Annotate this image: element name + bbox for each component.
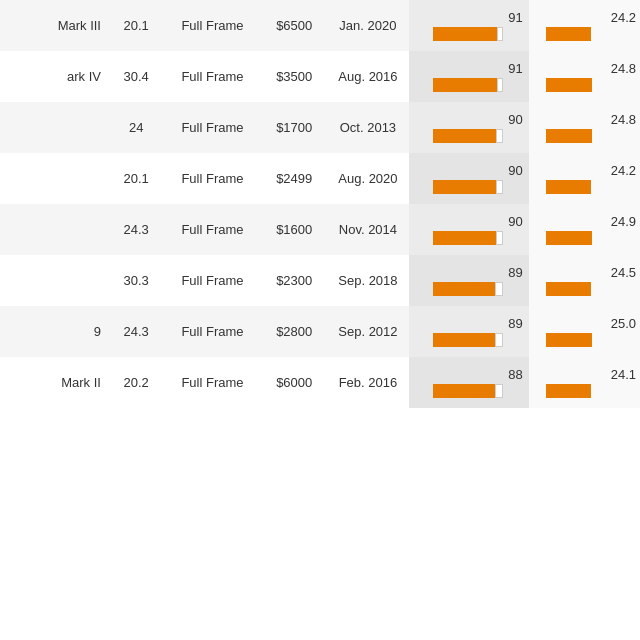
score-number: 89 xyxy=(417,316,523,331)
release-date: Sep. 2012 xyxy=(327,306,409,357)
dynamic-bar xyxy=(546,78,636,92)
price: $6000 xyxy=(262,357,327,408)
dynamic-range-number: 24.1 xyxy=(611,367,636,382)
camera-name xyxy=(0,255,109,306)
camera-name xyxy=(0,102,109,153)
score-bar xyxy=(433,282,523,296)
release-date: Feb. 2016 xyxy=(327,357,409,408)
price: $6500 xyxy=(262,0,327,51)
megapixels: 24 xyxy=(109,102,163,153)
megapixels: 20.1 xyxy=(109,153,163,204)
sensor-type: Full Frame xyxy=(163,153,261,204)
dynamic-range-cell: 25.0 xyxy=(529,306,640,357)
release-date: Jan. 2020 xyxy=(327,0,409,51)
dynamic-bar xyxy=(546,282,636,296)
score-cell: 90 xyxy=(409,102,529,153)
score-number: 90 xyxy=(417,214,523,229)
dynamic-range-cell: 24.2 xyxy=(529,153,640,204)
megapixels: 20.1 xyxy=(109,0,163,51)
megapixels: 30.4 xyxy=(109,51,163,102)
dynamic-bar xyxy=(546,333,636,347)
dynamic-bar xyxy=(546,27,636,41)
release-date: Aug. 2020 xyxy=(327,153,409,204)
score-bar xyxy=(433,129,523,143)
release-date: Aug. 2016 xyxy=(327,51,409,102)
sensor-type: Full Frame xyxy=(163,102,261,153)
dynamic-range-number: 24.8 xyxy=(611,61,636,76)
score-cell: 89 xyxy=(409,255,529,306)
megapixels: 30.3 xyxy=(109,255,163,306)
dynamic-range-number: 24.5 xyxy=(611,265,636,280)
sensor-type: Full Frame xyxy=(163,0,261,51)
megapixels: 20.2 xyxy=(109,357,163,408)
price: $2300 xyxy=(262,255,327,306)
score-bar xyxy=(433,384,523,398)
camera-name: Mark III xyxy=(0,0,109,51)
megapixels: 24.3 xyxy=(109,306,163,357)
dynamic-range-number: 24.2 xyxy=(611,163,636,178)
sensor-type: Full Frame xyxy=(163,306,261,357)
sensor-type: Full Frame xyxy=(163,51,261,102)
price: $1600 xyxy=(262,204,327,255)
release-date: Sep. 2018 xyxy=(327,255,409,306)
camera-name: ark IV xyxy=(0,51,109,102)
dynamic-range-cell: 24.1 xyxy=(529,357,640,408)
dynamic-range-number: 24.8 xyxy=(611,112,636,127)
dynamic-range-number: 24.9 xyxy=(611,214,636,229)
dynamic-range-cell: 24.5 xyxy=(529,255,640,306)
dynamic-range-cell: 24.2 xyxy=(529,0,640,51)
release-date: Oct. 2013 xyxy=(327,102,409,153)
score-number: 88 xyxy=(417,367,523,382)
score-number: 90 xyxy=(417,112,523,127)
score-number: 91 xyxy=(417,10,523,25)
megapixels: 24.3 xyxy=(109,204,163,255)
sensor-type: Full Frame xyxy=(163,255,261,306)
score-cell: 91 xyxy=(409,51,529,102)
dynamic-bar xyxy=(546,231,636,245)
dynamic-range-cell: 24.8 xyxy=(529,51,640,102)
score-bar xyxy=(433,333,523,347)
price: $3500 xyxy=(262,51,327,102)
release-date: Nov. 2014 xyxy=(327,204,409,255)
price: $2800 xyxy=(262,306,327,357)
dynamic-range-number: 25.0 xyxy=(611,316,636,331)
camera-name: 9 xyxy=(0,306,109,357)
camera-name: Mark II xyxy=(0,357,109,408)
price: $2499 xyxy=(262,153,327,204)
dynamic-range-cell: 24.9 xyxy=(529,204,640,255)
dynamic-range-number: 24.2 xyxy=(611,10,636,25)
score-cell: 90 xyxy=(409,204,529,255)
sensor-type: Full Frame xyxy=(163,357,261,408)
dynamic-bar xyxy=(546,180,636,194)
score-cell: 89 xyxy=(409,306,529,357)
dynamic-bar xyxy=(546,384,636,398)
score-cell: 90 xyxy=(409,153,529,204)
score-cell: 88 xyxy=(409,357,529,408)
sensor-type: Full Frame xyxy=(163,204,261,255)
dynamic-range-cell: 24.8 xyxy=(529,102,640,153)
score-bar xyxy=(433,231,523,245)
score-number: 90 xyxy=(417,163,523,178)
camera-name xyxy=(0,204,109,255)
score-bar xyxy=(433,180,523,194)
camera-comparison-table: Mark III 20.1 Full Frame $6500 Jan. 2020… xyxy=(0,0,640,408)
score-number: 89 xyxy=(417,265,523,280)
score-bar xyxy=(433,27,523,41)
score-number: 91 xyxy=(417,61,523,76)
price: $1700 xyxy=(262,102,327,153)
dynamic-bar xyxy=(546,129,636,143)
score-bar xyxy=(433,78,523,92)
score-cell: 91 xyxy=(409,0,529,51)
camera-name xyxy=(0,153,109,204)
